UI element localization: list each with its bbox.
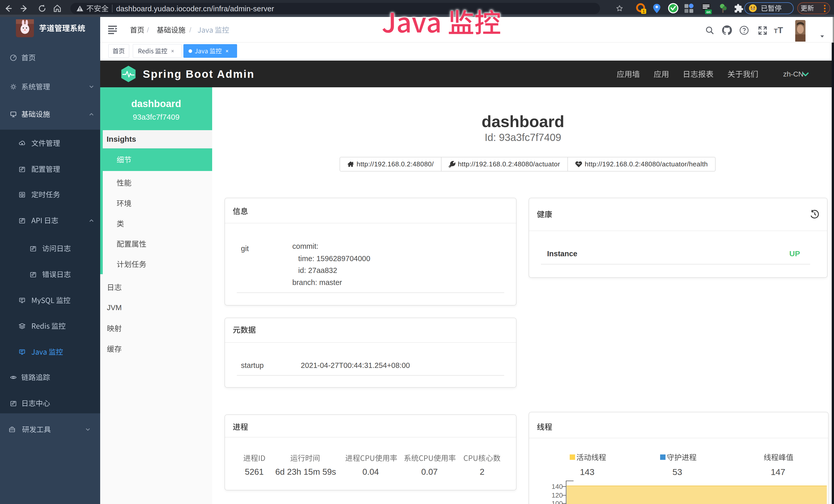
svg-text:on: on <box>706 10 710 14</box>
svg-text:1: 1 <box>643 9 645 14</box>
